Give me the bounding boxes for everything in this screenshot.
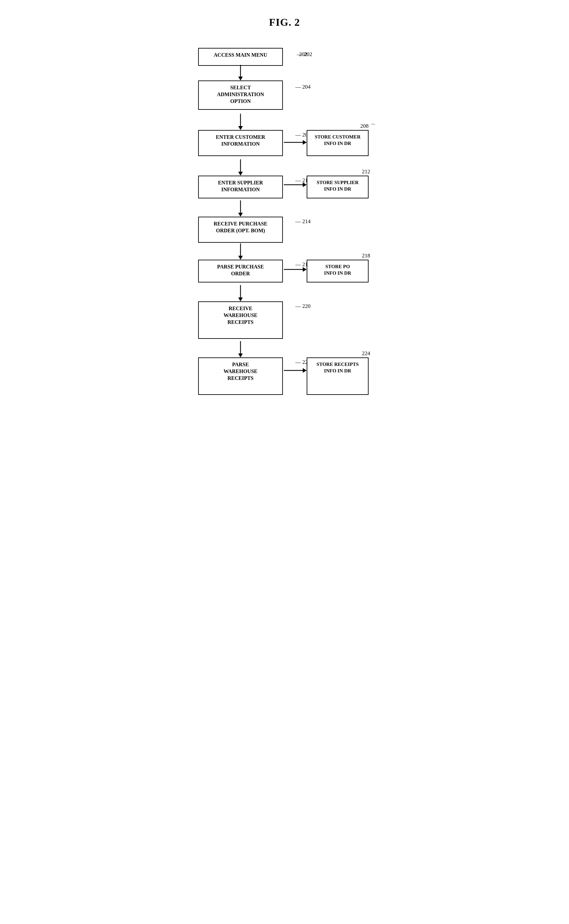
label-204: — 204 <box>295 84 310 90</box>
receive-po-block: RECEIVE PURCHASEORDER (OPT. BOM) — 214 <box>198 217 283 243</box>
access-main-menu-box: ACCESS MAIN MENU <box>198 48 283 66</box>
enter-customer-label: ENTER CUSTOMERINFORMATION <box>216 134 265 147</box>
receive-po-box: RECEIVE PURCHASEORDER (OPT. BOM) <box>198 217 283 243</box>
label-220: — 220 <box>295 303 310 310</box>
enter-supplier-box: ENTER SUPPLIERINFORMATION <box>198 176 283 198</box>
store-customer-block: STORE CUSTOMERINFO IN DR 208 ⌒ <box>307 130 368 156</box>
parse-warehouse-box: PARSEWAREHOUSERECEIPTS <box>198 357 283 395</box>
label-208-curve: ⌒ <box>370 123 376 130</box>
select-admin-label: SELECTADMINISTRATIONOPTION <box>217 85 264 104</box>
receive-po-label: RECEIVE PURCHASEORDER (OPT. BOM) <box>214 221 268 233</box>
page: FIG. 2 <box>170 6 399 419</box>
enter-customer-box: ENTER CUSTOMERINFORMATION <box>198 130 283 156</box>
store-supplier-block: STORE SUPPLIERINFO IN DR 212 <box>307 176 368 198</box>
enter-supplier-label: ENTER SUPPLIERINFORMATION <box>218 180 263 192</box>
parse-po-block: PARSE PURCHASEORDER — 216 <box>198 260 283 283</box>
store-po-block: STORE POINFO IN DR 218 <box>307 260 368 283</box>
label-214: — 214 <box>295 218 310 225</box>
store-receipts-block: STORE RECEIPTSINFO IN DR 224 <box>307 357 368 395</box>
receive-warehouse-block: RECEIVEWAREHOUSERECEIPTS — 220 <box>198 301 283 339</box>
parse-warehouse-block: PARSEWAREHOUSERECEIPTS — 222 <box>198 357 283 395</box>
enter-supplier-block: ENTER SUPPLIERINFORMATION — 210 <box>198 176 283 198</box>
store-po-label: STORE POINFO IN DR <box>324 264 351 276</box>
store-receipts-label: STORE RECEIPTSINFO IN DR <box>316 362 359 373</box>
receive-warehouse-label: RECEIVEWAREHOUSERECEIPTS <box>224 305 257 325</box>
select-admin-block: SELECTADMINISTRATIONOPTION — 204 <box>198 81 283 110</box>
store-po-box: STORE POINFO IN DR <box>307 260 368 283</box>
store-supplier-label: STORE SUPPLIERINFO IN DR <box>317 180 359 191</box>
enter-customer-block: ENTER CUSTOMERINFORMATION — 206 <box>198 130 283 156</box>
access-main-menu-block: ACCESS MAIN MENU 202 — 202 <box>198 48 283 66</box>
label-208: 208 <box>361 123 369 129</box>
store-customer-box: STORE CUSTOMERINFO IN DR <box>307 130 368 156</box>
label-212: 212 <box>362 169 371 175</box>
label-202-dash: — 202 <box>297 51 312 58</box>
parse-po-label: PARSE PURCHASEORDER <box>217 264 264 276</box>
access-main-menu-label: ACCESS MAIN MENU <box>214 52 267 58</box>
figure-title: FIG. 2 <box>177 16 392 28</box>
store-customer-label: STORE CUSTOMERINFO IN DR <box>315 134 361 146</box>
label-218: 218 <box>362 252 371 259</box>
parse-po-box: PARSE PURCHASEORDER <box>198 260 283 283</box>
store-supplier-box: STORE SUPPLIERINFO IN DR <box>307 176 368 198</box>
label-224: 224 <box>362 350 371 357</box>
store-receipts-box: STORE RECEIPTSINFO IN DR <box>307 357 368 395</box>
receive-warehouse-box: RECEIVEWAREHOUSERECEIPTS <box>198 301 283 339</box>
parse-warehouse-label: PARSEWAREHOUSERECEIPTS <box>224 362 257 381</box>
select-admin-box: SELECTADMINISTRATIONOPTION <box>198 81 283 110</box>
